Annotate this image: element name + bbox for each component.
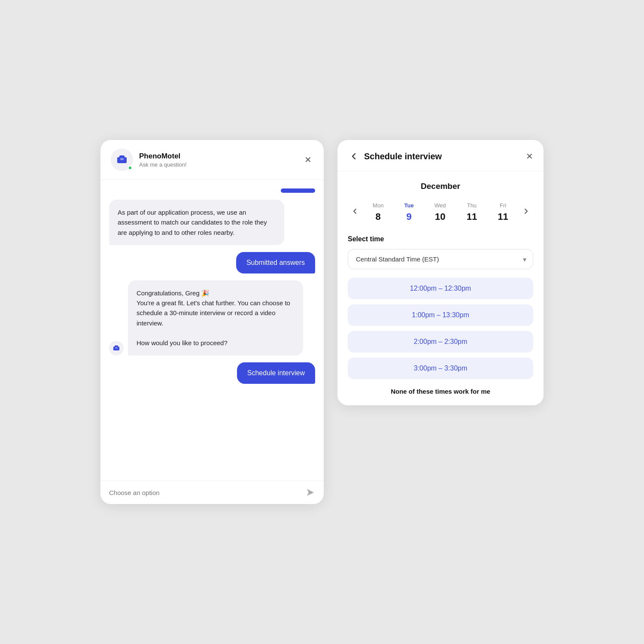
- day-mon[interactable]: Mon 8: [367, 200, 389, 225]
- day-label-wed: Wed: [434, 202, 446, 209]
- online-indicator: [128, 166, 132, 170]
- calendar-nav: Mon 8 Tue 9 Wed 10 Thu 11: [348, 200, 533, 225]
- schedule-close-button[interactable]: ✕: [526, 151, 533, 161]
- time-slot-2[interactable]: 1:00pm – 13:30pm: [348, 304, 533, 326]
- time-slots: 12:00pm – 12:30pm 1:00pm – 13:30pm 2:00p…: [348, 278, 533, 379]
- chat-close-button[interactable]: ✕: [303, 153, 313, 167]
- day-wed[interactable]: Wed 10: [428, 200, 452, 225]
- day-num-tue: 9: [407, 211, 412, 222]
- svg-rect-2: [120, 158, 124, 160]
- none-times-label[interactable]: None of these times work for me: [348, 388, 533, 395]
- day-num-thu: 11: [467, 211, 477, 222]
- time-section: Select time Central Standard Time (EST) …: [337, 232, 544, 405]
- back-button[interactable]: [348, 150, 360, 162]
- calendar-month: December: [348, 182, 533, 191]
- next-week-button[interactable]: [519, 206, 533, 219]
- svg-rect-5: [115, 347, 117, 349]
- day-num-mon: 8: [376, 211, 381, 222]
- bot-message-2: Congratulations, Greg 🎉 You're a great f…: [128, 280, 303, 356]
- time-slot-3[interactable]: 2:00pm – 2:30pm: [348, 331, 533, 352]
- chat-bot-subtitle: Ask me a question!: [139, 161, 297, 168]
- avatar-wrap: [111, 149, 133, 171]
- day-tue[interactable]: Tue 9: [398, 200, 420, 225]
- day-fri[interactable]: Fri 11: [492, 200, 514, 225]
- prev-week-button[interactable]: [348, 206, 362, 219]
- days-row: Mon 8 Tue 9 Wed 10 Thu 11: [362, 200, 519, 225]
- chat-input[interactable]: [109, 489, 301, 496]
- day-label-tue: Tue: [404, 202, 414, 209]
- time-label: Select time: [348, 235, 533, 243]
- time-slot-1[interactable]: 12:00pm – 12:30pm: [348, 278, 533, 299]
- bot-row-2: Congratulations, Greg 🎉 You're a great f…: [109, 280, 315, 356]
- calendar-section: December Mon 8 Tue 9: [337, 171, 544, 232]
- chat-body: As part of our application process, we u…: [100, 180, 324, 480]
- day-label-mon: Mon: [373, 202, 383, 209]
- day-num-fri: 11: [498, 211, 508, 222]
- send-button[interactable]: [306, 488, 315, 497]
- day-label-thu: Thu: [467, 202, 477, 209]
- chat-header: PhenoMotel Ask me a question! ✕: [100, 140, 324, 180]
- bot-avatar-sm: [109, 341, 124, 355]
- user-message-1: Submitted answers: [236, 252, 315, 273]
- chat-input-row: [100, 480, 324, 504]
- chat-header-info: PhenoMotel Ask me a question!: [139, 152, 297, 168]
- bot-message-1: As part of our application process, we u…: [109, 200, 284, 245]
- timezone-select-wrap: Central Standard Time (EST) ▾: [348, 249, 533, 269]
- day-num-wed: 10: [435, 211, 445, 222]
- user-message-2: Schedule interview: [237, 362, 315, 384]
- chat-bot-name: PhenoMotel: [139, 152, 297, 161]
- top-snippet: [109, 188, 315, 193]
- schedule-header: Schedule interview ✕: [337, 140, 544, 171]
- time-slot-4[interactable]: 3:00pm – 3:30pm: [348, 358, 533, 379]
- schedule-panel: Schedule interview ✕ December Mon 8: [337, 140, 544, 405]
- timezone-select[interactable]: Central Standard Time (EST): [348, 249, 533, 269]
- day-label-fri: Fri: [500, 202, 506, 209]
- day-thu[interactable]: Thu 11: [461, 200, 483, 225]
- chat-panel: PhenoMotel Ask me a question! ✕ As part …: [100, 140, 324, 504]
- snippet-bar: [281, 188, 315, 193]
- schedule-title: Schedule interview: [364, 152, 522, 161]
